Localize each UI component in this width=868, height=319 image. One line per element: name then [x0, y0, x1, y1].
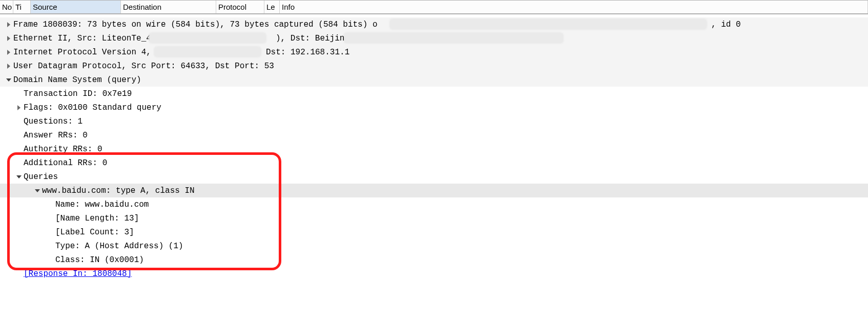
packet-detail-pane: Frame 1808039: 73 bytes on wire (584 bit…: [0, 14, 868, 281]
detail-row-dns-query-namelen[interactable]: [Name Length: 13]: [0, 211, 868, 225]
chevron-down-icon[interactable]: [14, 174, 24, 180]
detail-row-dns-queries[interactable]: Queries: [0, 170, 868, 184]
column-length-label: Le: [266, 3, 275, 11]
dns-answer-rrs: Answer RRs: 0: [24, 131, 88, 140]
ethernet-summary-mid: ), Dst: Beijin: [276, 34, 344, 43]
ip-summary-dst: Dst: 192.168.31.1: [266, 48, 349, 57]
detail-row-dns-additional[interactable]: Additional RRs: 0: [0, 156, 868, 170]
detail-row-dns-txid[interactable]: Transaction ID: 0x7e19: [0, 87, 868, 101]
dns-response-link[interactable]: [Response In: 1808048]: [24, 269, 132, 278]
packet-list-header[interactable]: No Ti Source Destination Protocol Le Inf…: [0, 1, 868, 14]
frame-summary: Frame 1808039: 73 bytes on wire (584 bit…: [13, 20, 378, 29]
dns-query-header: www.baidu.com: type A, class IN: [42, 186, 195, 195]
dns-questions: Questions: 1: [24, 117, 82, 126]
ethernet-summary: Ethernet II, Src: LiteonTe_4: [13, 34, 151, 43]
detail-row-dns-query-labelcount[interactable]: [Label Count: 3]: [0, 225, 868, 239]
dns-authority-rrs: Authority RRs: 0: [24, 145, 102, 154]
column-time[interactable]: Ti: [13, 1, 31, 13]
chevron-right-icon[interactable]: [4, 64, 13, 69]
column-info[interactable]: Info: [280, 1, 868, 13]
chevron-right-icon[interactable]: [4, 36, 13, 41]
column-source-label: Source: [33, 3, 57, 11]
detail-row-ip[interactable]: Internet Protocol Version 4, Dst: 192.16…: [0, 45, 868, 59]
column-length[interactable]: Le: [264, 1, 280, 13]
detail-row-dns-questions[interactable]: Questions: 1: [0, 114, 868, 128]
dns-query-label-count: [Label Count: 3]: [55, 228, 134, 237]
packet-list-pane: No Ti Source Destination Protocol Le Inf…: [0, 0, 868, 14]
dns-transaction-id: Transaction ID: 0x7e19: [24, 89, 132, 98]
chevron-right-icon[interactable]: [4, 22, 13, 27]
column-time-label: Ti: [15, 3, 22, 11]
detail-row-dns-authority[interactable]: Authority RRs: 0: [0, 142, 868, 156]
dns-query-type: Type: A (Host Address) (1): [55, 242, 183, 251]
column-destination-label: Destination: [123, 3, 161, 11]
dns-query-name: Name: www.baidu.com: [55, 200, 149, 209]
detail-row-dns[interactable]: Domain Name System (query): [0, 73, 868, 87]
ip-summary: Internet Protocol Version 4,: [13, 48, 151, 57]
dns-summary: Domain Name System (query): [13, 75, 141, 85]
chevron-right-icon[interactable]: [14, 105, 24, 110]
detail-row-dns-query-name[interactable]: Name: www.baidu.com: [0, 197, 868, 211]
detail-row-dns-answer[interactable]: Answer RRs: 0: [0, 128, 868, 142]
chevron-down-icon[interactable]: [33, 188, 42, 193]
column-destination[interactable]: Destination: [121, 1, 216, 13]
column-info-label: Info: [282, 3, 295, 11]
detail-row-dns-response-in[interactable]: [Response In: 1808048]: [0, 267, 868, 281]
detail-row-dns-query-class[interactable]: Class: IN (0x0001): [0, 253, 868, 267]
frame-summary-tail: , id 0: [711, 20, 741, 29]
detail-row-dns-query-header[interactable]: www.baidu.com: type A, class IN: [0, 184, 868, 197]
dns-additional-rrs: Additional RRs: 0: [24, 158, 107, 168]
redaction-smudge: [389, 18, 707, 30]
column-source[interactable]: Source: [31, 1, 121, 13]
dns-query-class: Class: IN (0x0001): [55, 255, 144, 265]
column-no[interactable]: No: [0, 1, 13, 13]
chevron-down-icon[interactable]: [4, 77, 13, 83]
redaction-smudge: [154, 46, 261, 57]
detail-row-dns-flags[interactable]: Flags: 0x0100 Standard query: [0, 101, 868, 114]
redaction-smudge: [149, 32, 266, 44]
dns-queries-label: Queries: [24, 172, 58, 182]
redaction-smudge: [343, 32, 564, 44]
chevron-right-icon[interactable]: [4, 50, 13, 55]
column-protocol-label: Protocol: [218, 3, 246, 11]
dns-query-name-length: [Name Length: 13]: [55, 214, 139, 223]
detail-row-udp[interactable]: User Datagram Protocol, Src Port: 64633,…: [0, 59, 868, 73]
column-no-label: No: [2, 3, 12, 11]
detail-row-dns-query-type[interactable]: Type: A (Host Address) (1): [0, 239, 868, 253]
udp-summary: User Datagram Protocol, Src Port: 64633,…: [13, 62, 274, 71]
dns-flags: Flags: 0x0100 Standard query: [24, 103, 161, 112]
column-protocol[interactable]: Protocol: [216, 1, 264, 13]
